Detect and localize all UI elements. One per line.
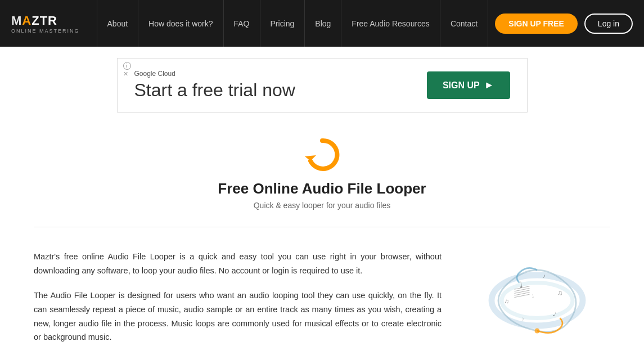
signup-button[interactable]: SIGN UP FREE	[495, 14, 578, 34]
content-text: Maztr's free online Audio File Looper is…	[34, 250, 442, 355]
loop-icon	[303, 135, 342, 174]
svg-text:♩: ♩	[530, 293, 534, 299]
login-button[interactable]: Log in	[584, 14, 633, 34]
ad-headline: Start a free trial now	[134, 80, 295, 101]
nav-pricing[interactable]: Pricing	[260, 0, 305, 47]
hero-section: Free Online Audio File Looper Quick & ea…	[0, 118, 644, 215]
ad-banner: i ✕ Google Cloud Start a free trial now …	[117, 58, 528, 113]
content-image: ♩ ♪ ♫ ♩ ♪ ♫ ♩	[464, 250, 610, 351]
svg-marker-0	[305, 155, 316, 161]
ad-signup-label: SIGN UP	[443, 80, 480, 91]
ad-left: Google Cloud Start a free trial now	[134, 70, 295, 101]
ad-controls: i ✕	[123, 62, 131, 77]
ad-info-icon[interactable]: i	[123, 62, 131, 70]
svg-text:♫: ♫	[557, 289, 563, 297]
nav-about[interactable]: About	[97, 0, 139, 47]
svg-text:♫: ♫	[504, 298, 509, 305]
ad-signup-arrow: ►	[484, 79, 494, 91]
logo-tagline: ONLINE MASTERING	[11, 28, 80, 34]
svg-point-15	[535, 329, 540, 334]
music-art-svg: ♩ ♪ ♫ ♩ ♪ ♫ ♩	[470, 250, 605, 351]
ad-provider: Google Cloud	[134, 70, 295, 78]
svg-point-2	[502, 283, 573, 318]
content-paragraph-2: The Audio File Looper is designed for us…	[34, 289, 442, 344]
nav-how-it-works[interactable]: How does it work?	[138, 0, 223, 47]
nav-contact[interactable]: Contact	[440, 0, 488, 47]
logo-brand: MAZTR	[11, 14, 57, 28]
nav-faq[interactable]: FAQ	[224, 0, 260, 47]
ad-container: i ✕ Google Cloud Start a free trial now …	[0, 47, 644, 118]
navbar: MAZTR ONLINE MASTERING About How does it…	[0, 0, 644, 47]
nav-blog[interactable]: Blog	[305, 0, 341, 47]
hero-subtitle: Quick & easy looper for your audio files	[11, 201, 633, 210]
nav-free-audio-resources[interactable]: Free Audio Resources	[341, 0, 440, 47]
nav-links: About How does it work? FAQ Pricing Blog…	[97, 0, 496, 47]
ad-close-icon[interactable]: ✕	[123, 71, 131, 77]
nav-actions: SIGN UP FREE Log in	[495, 14, 633, 34]
content-paragraph-1: Maztr's free online Audio File Looper is…	[34, 250, 442, 277]
ad-signup-button[interactable]: SIGN UP ►	[427, 71, 510, 99]
hero-title: Free Online Audio File Looper	[11, 180, 633, 197]
section-divider	[34, 227, 610, 227]
content-area: Maztr's free online Audio File Looper is…	[0, 239, 644, 355]
logo[interactable]: MAZTR ONLINE MASTERING	[11, 14, 80, 34]
